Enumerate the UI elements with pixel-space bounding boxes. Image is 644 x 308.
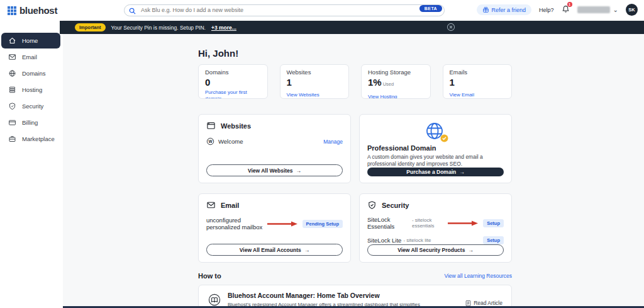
email-card: Email unconfigured personalized mailbox … <box>198 193 351 263</box>
stat-value: 1 <box>287 77 343 88</box>
banner-more-link[interactable]: +3 more... <box>211 25 236 31</box>
envelope-icon <box>206 200 216 210</box>
setup-badge[interactable]: Setup <box>483 236 504 244</box>
view-all-security-products-button[interactable]: View All Security Products → <box>367 244 504 256</box>
sidebar-item-email[interactable]: Email <box>0 48 63 65</box>
refer-a-friend-label: Refer a friend <box>492 7 526 13</box>
stat-label: Websites <box>287 69 343 76</box>
pending-setup-badge[interactable]: Pending Setup <box>303 220 343 228</box>
sidebar-item-home[interactable]: Home <box>1 33 60 48</box>
chevron-down-icon: ⌄ <box>613 8 618 12</box>
wordpress-icon: W <box>206 137 214 145</box>
search-icon <box>129 6 136 17</box>
ask-blu-search: BETA <box>124 3 445 15</box>
card-grid: Websites W Welcome Manage View All Websi… <box>198 114 512 263</box>
topbar-actions: Refer a friend Help? 1 ⌄ SK <box>477 0 638 20</box>
arrow-right-icon: → <box>468 247 474 253</box>
button-label: View All Email Accounts <box>240 247 301 253</box>
sidebar-item-label: Home <box>22 37 38 44</box>
bluehost-grid-icon <box>8 6 16 15</box>
manage-link[interactable]: Manage <box>323 139 343 145</box>
read-article-label: Read Article <box>474 300 502 306</box>
sidebar-item-hosting[interactable]: Hosting <box>0 81 63 98</box>
document-icon <box>465 300 471 307</box>
annotation-arrow <box>267 221 297 227</box>
help-link[interactable]: Help? <box>539 7 554 13</box>
read-article-link[interactable]: Read Article <box>465 300 502 307</box>
sidebar-item-security[interactable]: Security <box>0 98 63 114</box>
professional-domain-card: Professional Domain A custom domain give… <box>359 114 512 183</box>
security-card: Security SiteLock Essentials - sitelock … <box>359 193 512 263</box>
view-websites-link[interactable]: View Websites <box>287 92 319 98</box>
top-bar: bluehost BETA Refer a friend Help? 1 <box>0 0 644 20</box>
card-description: A custom domain gives your website and e… <box>367 154 504 168</box>
server-icon <box>8 86 16 94</box>
arrow-right-icon: → <box>304 247 310 253</box>
credit-card-icon <box>8 118 16 127</box>
stat-label: Emails <box>450 69 506 76</box>
product-name: SiteLock Lite <box>367 237 401 244</box>
bluehost-logo[interactable]: bluehost <box>8 5 57 16</box>
avatar[interactable]: SK <box>626 4 638 16</box>
card-title: Security <box>382 202 409 209</box>
view-all-learning-resources-link[interactable]: View all Learning Resources <box>444 273 512 279</box>
view-email-link[interactable]: View Email <box>450 92 474 98</box>
button-label: Purchase a Domain <box>406 169 456 175</box>
svg-text:W: W <box>208 139 213 144</box>
home-icon <box>8 37 16 45</box>
card-title: Email <box>221 202 239 209</box>
notification-count-badge: 1 <box>567 2 572 7</box>
button-label: View All Security Products <box>397 247 465 253</box>
browser-window-icon <box>206 121 216 130</box>
stat-label: Hosting Storage <box>368 69 424 76</box>
sidebar-item-label: Billing <box>22 119 38 126</box>
important-badge: Important <box>75 23 106 31</box>
arrow-right-icon: → <box>296 168 302 174</box>
websites-card: Websites W Welcome Manage View All Websi… <box>198 114 351 183</box>
gift-icon <box>482 6 489 13</box>
learning-icon <box>208 293 221 307</box>
article-card[interactable]: Bluehost Account Manager: Home Tab Overv… <box>198 285 512 308</box>
security-alert-banner: Important Your Security Pin is missing. … <box>60 21 644 34</box>
sidebar: Home Email Domains Hosting Security <box>0 20 63 308</box>
purchase-a-domain-button[interactable]: Purchase a Domain → <box>367 168 504 176</box>
stat-label: Domains <box>205 69 261 76</box>
security-item-row: SiteLock Lite - sitelock lite Setup <box>367 236 504 244</box>
stat-value: 1%Used <box>368 77 424 89</box>
product-subname: - sitelock lite <box>403 237 431 243</box>
check-badge-icon <box>440 134 448 142</box>
sidebar-item-billing[interactable]: Billing <box>0 114 63 130</box>
user-menu[interactable]: ⌄ <box>577 6 618 13</box>
refer-a-friend-button[interactable]: Refer a friend <box>477 4 532 15</box>
site-name: Welcome <box>218 138 243 145</box>
purchase-first-domain-link[interactable]: Purchase your first domain <box>205 89 261 99</box>
banner-close-button[interactable] <box>447 23 455 31</box>
main-content: Hi, John! Domains 0 Purchase your first … <box>198 48 512 308</box>
close-icon <box>447 23 455 31</box>
mailbox-label: unconfigured personalized mailbox <box>206 217 267 231</box>
sidebar-item-marketplace[interactable]: Marketplace <box>0 130 63 147</box>
view-hosting-link[interactable]: View Hosting <box>368 94 397 99</box>
button-label: View All Websites <box>248 168 293 174</box>
notifications-button[interactable]: 1 <box>562 4 570 16</box>
stat-suffix: Used <box>383 81 394 87</box>
view-all-websites-button[interactable]: View All Websites → <box>206 164 343 176</box>
sidebar-item-domains[interactable]: Domains <box>0 65 63 81</box>
card-title: Websites <box>221 122 251 130</box>
stat-value: 0 <box>205 77 261 88</box>
stat-card-hosting-storage: Hosting Storage 1%Used View Hosting <box>361 64 431 99</box>
search-input[interactable] <box>124 4 445 16</box>
product-name: SiteLock Essentials <box>367 216 410 230</box>
stat-card-websites: Websites 1 View Websites <box>280 64 350 99</box>
stat-card-emails: Emails 1 View Email <box>443 64 513 99</box>
security-item-row: SiteLock Essentials - sitelock essential… <box>367 216 504 230</box>
beta-badge: BETA <box>419 5 442 12</box>
setup-badge[interactable]: Setup <box>483 219 504 227</box>
sidebar-item-label: Security <box>22 103 43 110</box>
howto-header: How to View all Learning Resources <box>198 272 512 280</box>
email-icon <box>8 53 16 61</box>
view-all-email-accounts-button[interactable]: View All Email Accounts → <box>206 244 343 256</box>
stat-value: 1 <box>450 77 506 88</box>
banner-message: Your Security Pin is missing. Setup PIN. <box>111 25 206 31</box>
product-subname: - sitelock essentials <box>412 217 448 229</box>
